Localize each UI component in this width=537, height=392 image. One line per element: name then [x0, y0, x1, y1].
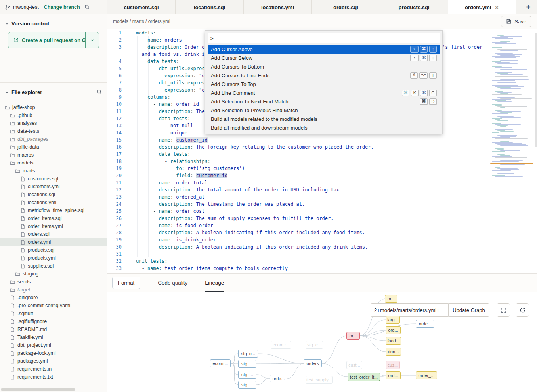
code-line[interactable]: 21 - name: order_total	[107, 179, 537, 186]
code-line[interactable]: 30 description: A boolean indicating if …	[107, 243, 537, 250]
file-item-README.md[interactable]: README.md	[0, 325, 107, 333]
palette-item[interactable]: Build all modified and downstream models	[208, 123, 440, 132]
folder-item-jaffle-data[interactable]: jaffle-data	[0, 143, 107, 151]
lineage-node-ecom-[interactable]: ecom....	[210, 359, 231, 367]
file-item-locations.sql[interactable]: locations.sql	[0, 191, 107, 199]
file-item-Taskfile.yml[interactable]: Taskfile.yml	[0, 333, 107, 341]
lineage-node-larg-[interactable]: larg...	[386, 316, 400, 324]
file-item-.pre-commit-config.yaml[interactable]: .pre-commit-config.yaml	[0, 302, 107, 310]
lineage-canvas[interactable]: Update Graph ecom.	[107, 292, 537, 392]
file-item-.gitignore[interactable]: .gitignore	[0, 294, 107, 302]
code-line[interactable]: 16 description: The foreign key relating…	[107, 143, 537, 151]
code-line[interactable]: 32unit_tests:	[107, 258, 537, 265]
file-item-order_items.sql[interactable]: order_items.sql	[0, 214, 107, 222]
version-control-header[interactable]: Version control	[0, 17, 107, 29]
palette-item[interactable]: Build all models related to the modified…	[208, 115, 440, 123]
file-item-products.sql[interactable]: products.sql	[0, 246, 107, 254]
close-tab-icon[interactable]: ×	[494, 4, 499, 11]
file-explorer-header[interactable]: File explorer	[0, 86, 107, 98]
code-line[interactable]: 33 - name: test_order_items_compute_to_b…	[107, 265, 537, 272]
lineage-node-ord-[interactable]: ord...	[386, 326, 401, 334]
lineage-node-food-[interactable]: food...	[386, 337, 401, 345]
folder-item-data-tests[interactable]: data-tests	[0, 127, 107, 135]
tab-customers.sql[interactable]: customers.sql	[107, 0, 176, 14]
lineage-node-orde-[interactable]: orde...	[270, 375, 287, 382]
fullscreen-button[interactable]	[497, 303, 510, 317]
tab-lineage[interactable]: Lineage	[205, 274, 224, 292]
lineage-node-or-[interactable]: or...	[385, 295, 397, 303]
code-line[interactable]: 25 - name: order_cost	[107, 208, 537, 215]
palette-item[interactable]: Add Cursor Above⌥⌘↑	[208, 45, 440, 54]
file-item-supplies.sql[interactable]: supplies.sql	[0, 262, 107, 270]
tab-products.sql[interactable]: products.sql	[380, 0, 448, 14]
editor-scrollbar[interactable]	[535, 33, 537, 147]
palette-item[interactable]: Add Cursors To Bottom	[208, 62, 440, 71]
command-palette-input[interactable]: >	[208, 33, 440, 43]
code-line[interactable]: 26 description: The sum of supply expens…	[107, 215, 537, 222]
folder-item-jaffle-shop[interactable]: jaffle-shop	[0, 103, 107, 111]
search-icon[interactable]	[97, 89, 102, 95]
folder-item-staging[interactable]: staging	[0, 270, 107, 278]
refresh-button[interactable]	[516, 303, 529, 317]
code-line[interactable]: 24 description: The timestamp the order …	[107, 201, 537, 208]
code-line[interactable]: 19 to: ref('stg_customers')	[107, 165, 537, 172]
palette-item[interactable]: Add Selection To Next Find Match⌘D	[208, 97, 440, 106]
file-item-packages.yml[interactable]: packages.yml	[0, 357, 107, 365]
lineage-node-order-[interactable]: order_...	[416, 371, 437, 379]
file-item-orders.yml[interactable]: orders.yml	[0, 238, 107, 246]
lineage-node-stg-[interactable]: stg_...	[238, 381, 256, 389]
file-item-metricflow_time_spine.sql[interactable]: metricflow_time_spine.sql	[0, 207, 107, 214]
folder-item-seeds[interactable]: seeds	[0, 278, 107, 286]
folder-item-.github[interactable]: .github	[0, 111, 107, 119]
lineage-node-or-[interactable]: or...	[346, 332, 360, 340]
folder-item-marts[interactable]: marts	[0, 167, 107, 175]
palette-item[interactable]: Add Cursors To Top	[208, 80, 440, 88]
code-line[interactable]: 15 - name: customer_id	[107, 136, 537, 143]
lineage-node-stg-[interactable]: stg_...	[238, 371, 256, 379]
code-line[interactable]: 29 - name: is_drink_order	[107, 236, 537, 243]
code-line[interactable]: 18 - relationships:	[107, 158, 537, 165]
tab-locations.yml[interactable]: locations.yml	[244, 0, 312, 14]
lineage-node-test-supply-[interactable]: test_supply...	[306, 376, 333, 384]
code-line[interactable]: 23 - name: ordered_at	[107, 193, 537, 201]
code-line[interactable]: 31	[107, 250, 537, 258]
new-tab-button[interactable]: +	[521, 0, 535, 14]
lineage-node-ord-[interactable]: ord...	[386, 371, 401, 379]
lineage-node-stg-c-[interactable]: stg_c...	[306, 341, 323, 349]
sidebar-horizontal-scrollbar[interactable]	[1, 388, 75, 391]
lineage-node-cust-[interactable]: cust...	[346, 361, 362, 369]
file-item-requirements.txt[interactable]: requirements.txt	[0, 373, 107, 381]
lineage-node-test-order-it-[interactable]: test_order_it...	[348, 373, 380, 381]
palette-item[interactable]: Add Line Comment⌘K⌘C	[208, 88, 440, 97]
format-button[interactable]: Format	[112, 277, 140, 289]
file-item-customers.yml[interactable]: customers.yml	[0, 183, 107, 191]
folder-item-macros[interactable]: macros	[0, 151, 107, 159]
lineage-node-drin-[interactable]: drin...	[386, 348, 401, 356]
update-graph-button[interactable]: Update Graph	[448, 303, 489, 317]
tab-code-quality[interactable]: Code quality	[158, 274, 187, 292]
folder-item-analyses[interactable]: analyses	[0, 119, 107, 127]
lineage-node-ecom-r-[interactable]: ecom.r...	[271, 341, 291, 349]
tab-orders.sql[interactable]: orders.sql	[312, 0, 380, 14]
file-item-products.yml[interactable]: products.yml	[0, 254, 107, 262]
code-line[interactable]: 22 description: The total amount of the …	[107, 186, 537, 193]
palette-item[interactable]: Add Selection To Previous Find Match	[208, 106, 440, 115]
lineage-node-cus-[interactable]: cus...	[386, 361, 400, 369]
file-item-requirements.in[interactable]: requirements.in	[0, 365, 107, 373]
file-item-package-lock.yml[interactable]: package-lock.yml	[0, 349, 107, 357]
tab-locations.sql[interactable]: locations.sql	[176, 0, 244, 14]
code-line[interactable]: 27 - name: is_food_order	[107, 222, 537, 229]
create-pr-button[interactable]: Create a pull request on Git...	[8, 32, 85, 48]
folder-item-dbt_packages[interactable]: dbt_packages	[0, 135, 107, 143]
create-pr-dropdown[interactable]	[85, 32, 99, 48]
code-line[interactable]: 20 field: customer_id	[107, 172, 487, 179]
tab-orders.yml[interactable]: orders.yml×	[448, 0, 516, 14]
palette-item[interactable]: Add Cursor Below⌥⌘↓	[208, 54, 440, 62]
file-item-locations.yml[interactable]: locations.yml	[0, 199, 107, 207]
lineage-node-stg-o-[interactable]: stg_o...	[238, 350, 258, 358]
palette-item[interactable]: Add Cursors to Line Ends⇧⌥I	[208, 71, 440, 80]
file-item-.sqlfluff[interactable]: .sqlfluff	[0, 310, 107, 317]
lineage-node-stg-[interactable]: stg_...	[238, 360, 256, 368]
lineage-node-orders[interactable]: orders	[304, 359, 322, 367]
code-line[interactable]: 28 description: A boolean indicating if …	[107, 229, 537, 236]
